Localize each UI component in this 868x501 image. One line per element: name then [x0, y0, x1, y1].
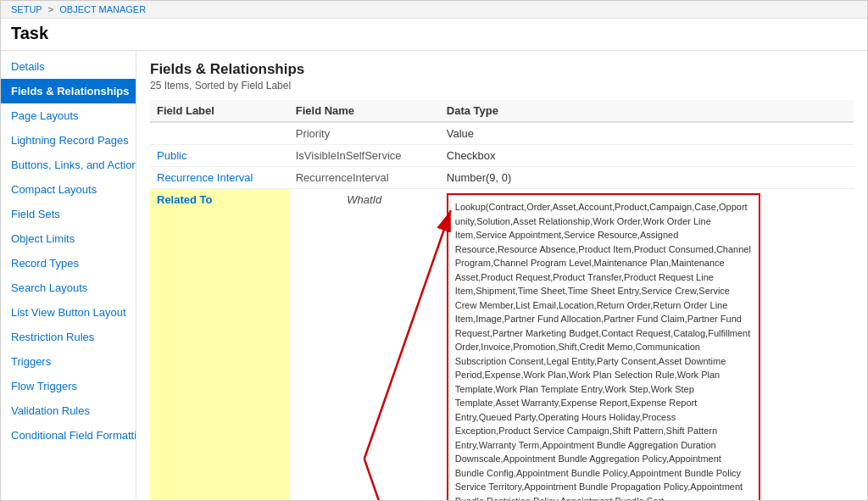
table-row: PriorityValue	[150, 122, 854, 145]
breadcrumb-object-manager[interactable]: OBJECT MANAGER	[59, 4, 146, 14]
table-row: PublicIsVisibleInSelfServiceCheckbox	[150, 145, 854, 167]
sidebar-item-record-types[interactable]: Record Types	[1, 251, 136, 276]
field-name-cell: WhatId	[289, 189, 440, 501]
sidebar-item-compact-layouts[interactable]: Compact Layouts	[1, 177, 136, 202]
table-row: Recurrence IntervalRecurrenceIntervalNum…	[150, 167, 854, 189]
sidebar-item-flow-triggers[interactable]: Flow Triggers	[1, 374, 136, 398]
sidebar-item-restriction-rules[interactable]: Restriction Rules	[1, 325, 136, 349]
sidebar-item-field-sets[interactable]: Field Sets	[1, 202, 136, 226]
sidebar: DetailsFields & RelationshipsPage Layout…	[1, 51, 136, 500]
data-type-cell: Checkbox	[440, 145, 854, 167]
section-title: Fields & Relationships	[150, 61, 854, 78]
table-row: Related ToWhatIdLookup(Contract,Order,As…	[150, 189, 854, 501]
field-label-cell	[150, 122, 289, 145]
sidebar-item-fields-relationships[interactable]: Fields & Relationships	[1, 79, 136, 103]
breadcrumb: SETUP > OBJECT MANAGER	[1, 1, 867, 19]
page-title: Task	[11, 24, 857, 43]
main-content: DetailsFields & RelationshipsPage Layout…	[1, 51, 867, 500]
data-type-cell: Lookup(Contract,Order,Asset,Account,Prod…	[440, 189, 854, 501]
field-label-cell[interactable]: Recurrence Interval	[150, 167, 289, 189]
page-wrapper: SETUP > OBJECT MANAGER Task DetailsField…	[0, 0, 868, 501]
sidebar-item-details[interactable]: Details	[1, 54, 136, 79]
sidebar-item-object-limits[interactable]: Object Limits	[1, 226, 136, 251]
sidebar-item-list-view-button-layout[interactable]: List View Button Layout	[1, 300, 136, 325]
breadcrumb-separator: >	[46, 4, 57, 14]
field-name-cell: IsVisibleInSelfService	[289, 145, 440, 167]
field-label-cell[interactable]: Public	[150, 145, 289, 167]
sidebar-item-buttons-links-actions[interactable]: Buttons, Links, and Actions	[1, 153, 136, 177]
data-type-cell: Value	[440, 122, 854, 145]
breadcrumb-setup[interactable]: SETUP	[11, 4, 42, 14]
col-label: Field Label	[150, 100, 289, 122]
content-area: Fields & Relationships 25 Items, Sorted …	[136, 51, 867, 500]
sidebar-item-triggers[interactable]: Triggers	[1, 349, 136, 374]
fields-table: Field Label Field Name Data Type Priorit…	[150, 100, 854, 500]
col-data-type: Data Type	[440, 100, 854, 122]
lookup-values-box: Lookup(Contract,Order,Asset,Account,Prod…	[447, 193, 760, 500]
sidebar-item-search-layouts[interactable]: Search Layouts	[1, 276, 136, 300]
sidebar-item-page-layouts[interactable]: Page Layouts	[1, 103, 136, 128]
data-type-cell: Number(9, 0)	[440, 167, 854, 189]
sidebar-item-validation-rules[interactable]: Validation Rules	[1, 398, 136, 423]
sidebar-item-lightning-record-pages[interactable]: Lightning Record Pages	[1, 128, 136, 153]
col-field-name: Field Name	[289, 100, 440, 122]
content-header: Fields & Relationships 25 Items, Sorted …	[150, 61, 854, 92]
page-title-bar: Task	[1, 19, 867, 51]
sidebar-item-conditional-field-formatting[interactable]: Conditional Field Formatting	[1, 423, 136, 448]
field-name-cell: RecurrenceInterval	[289, 167, 440, 189]
field-label-cell[interactable]: Related To	[150, 189, 289, 501]
field-name-cell: Priority	[289, 122, 440, 145]
section-subtitle: 25 Items, Sorted by Field Label	[150, 80, 854, 92]
